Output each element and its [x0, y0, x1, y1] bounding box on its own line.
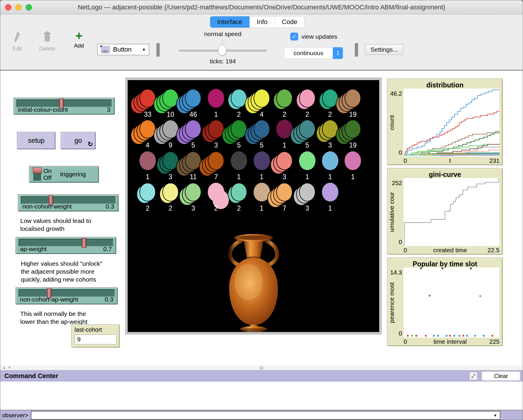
- speed-slider-thumb[interactable]: [218, 45, 226, 56]
- forever-icon: ↻: [88, 141, 93, 147]
- cluster-count-label: 9: [159, 141, 182, 149]
- slider-non-cohort-weight[interactable]: non-cohort-weight0.3: [18, 194, 119, 211]
- plot-gini-curve[interactable]: gini-curve 252 0 umulative cour 0 create…: [387, 168, 503, 255]
- cluster-count-label: 2: [273, 111, 296, 118]
- slider-value: 3: [107, 106, 110, 113]
- widget-type-dropdown[interactable]: abc Button ▼: [97, 44, 149, 55]
- scatter-point: [407, 335, 409, 337]
- plot-distribution[interactable]: distribution 46.2 0 count 0 t 231: [387, 79, 503, 165]
- vase-left-handle: [230, 241, 242, 265]
- slider-ap-weight[interactable]: ap-weight0.7: [16, 237, 116, 254]
- turtle-cluster: [162, 183, 179, 201]
- y-axis-title: pearence most: [388, 267, 396, 338]
- sash-down-icon[interactable]: ▼: [8, 366, 11, 369]
- scatter-point: [420, 267, 422, 269]
- cluster-count-label: 1: [296, 173, 319, 181]
- world-canvas: 3310461242221949535515319131171131112232…: [128, 80, 379, 332]
- minimize-button[interactable]: [15, 4, 22, 11]
- cluster-count-label: 1: [341, 173, 365, 181]
- turtle-cluster: [276, 151, 293, 170]
- cluster-count-label: 2: [227, 111, 251, 118]
- scatter-point: [425, 335, 427, 337]
- cluster-count-label: 4: [250, 111, 274, 118]
- scatter-point: [470, 267, 472, 269]
- note-non-cohort-ap-weight: This will normally be thelower than the …: [20, 310, 87, 326]
- go-button[interactable]: go ↻: [61, 132, 96, 149]
- command-center-sash[interactable]: ▲ ▼: [0, 365, 523, 370]
- slider-name: non-cohort-ap-weight: [20, 296, 105, 303]
- command-input[interactable]: [31, 411, 491, 419]
- cluster-count-label: 3: [181, 204, 205, 212]
- slider-non-cohort-ap-weight[interactable]: non-cohort-ap-weight0.3: [16, 287, 118, 304]
- plus-icon: +: [70, 31, 88, 41]
- ticks-counter: ticks: 194: [179, 58, 267, 65]
- slider-initial-colour-count[interactable]: initial-colour-count3: [14, 98, 115, 115]
- plot-canvas: [404, 178, 500, 246]
- scatter-point: [429, 295, 431, 297]
- slider-name: ap-weight: [20, 245, 103, 253]
- slider-name: non-cohort-weight: [22, 203, 106, 210]
- turtle-cluster: [345, 89, 361, 108]
- edit-button[interactable]: Edit: [9, 31, 26, 52]
- setup-button[interactable]: setup: [17, 132, 55, 149]
- command-input-wrap: ▼: [31, 411, 500, 420]
- close-button[interactable]: [5, 4, 11, 11]
- view-updates-checkbox[interactable]: ✓: [290, 33, 298, 40]
- note-ap-weight: Higher values should "unlock"the adjacen…: [21, 260, 102, 283]
- turtle-cluster: [299, 151, 316, 170]
- turtle-cluster: [185, 183, 201, 201]
- tab-interface[interactable]: Interface: [210, 16, 250, 28]
- turtle-cluster: [322, 183, 338, 201]
- tab-code[interactable]: Code: [275, 16, 304, 28]
- zoom-button[interactable]: [26, 4, 32, 11]
- cluster-count-label: 1: [136, 173, 159, 181]
- add-button[interactable]: + Add: [70, 31, 88, 49]
- turtle-cluster: [254, 120, 270, 138]
- settings-button[interactable]: Settings...: [365, 44, 403, 55]
- cluster-count-label: 33: [136, 111, 159, 118]
- switch-name: triggering: [60, 171, 86, 178]
- window-title: NetLogo — adjacent-possible {/Users/pd2-…: [78, 4, 445, 11]
- slider-name: initial-colour-count: [18, 106, 107, 113]
- netlogo-window: NetLogo — adjacent-possible {/Users/pd2-…: [0, 0, 523, 420]
- view-updates-label: view updates: [301, 33, 338, 40]
- delete-button[interactable]: Delete: [37, 31, 58, 52]
- tab-info[interactable]: Info: [250, 16, 275, 28]
- sash-up-icon[interactable]: ▲: [3, 366, 6, 369]
- scatter-point: [441, 267, 443, 269]
- sash-handle[interactable]: [260, 366, 263, 370]
- triggering-switch[interactable]: On Off triggering: [29, 166, 99, 183]
- scatter-point: [483, 335, 485, 337]
- turtle-cluster: [345, 151, 361, 170]
- history-dropdown-icon[interactable]: ▼: [491, 413, 500, 418]
- cluster-count-label: 7: [204, 173, 228, 181]
- cluster-count-label: 7: [273, 204, 296, 212]
- slider-value: 0.7: [103, 245, 112, 253]
- cluster-count-label: 4: [136, 141, 159, 149]
- world-view[interactable]: 3310461242221949535515319131171131112232…: [126, 78, 381, 334]
- detach-icon[interactable]: ⤢: [469, 372, 478, 380]
- scatter-point: [480, 295, 481, 297]
- cluster-count-label: 1: [273, 141, 296, 149]
- y-axis-title: count: [388, 89, 396, 157]
- command-center-header: Command Center ⤢ Clear: [0, 370, 523, 382]
- cluster-count-label: 2: [227, 204, 251, 212]
- switch-on-label: On: [43, 167, 52, 175]
- cluster-count-label: 5: [227, 141, 251, 149]
- tab-bar: Interface Info Code: [210, 16, 305, 28]
- clear-button[interactable]: Clear: [482, 371, 520, 381]
- pencil-icon: [14, 31, 21, 43]
- command-center-title: Command Center: [4, 372, 58, 380]
- slider-value: 0.3: [106, 203, 114, 210]
- cluster-count-label: 1: [318, 173, 342, 181]
- command-center-output[interactable]: [0, 382, 523, 410]
- update-mode-value: continuous: [284, 50, 333, 57]
- cluster-count-label: 5: [250, 141, 274, 149]
- update-mode-select[interactable]: continuous ▲▼: [284, 47, 343, 59]
- turtle-cluster: [139, 183, 156, 201]
- speed-stem: [222, 38, 222, 44]
- cluster-count-label: 1: [250, 204, 274, 212]
- plot-popular-by-time-slot[interactable]: Popular by time slot 14.3 0 pearence mos…: [387, 258, 503, 346]
- switch-knob[interactable]: [33, 167, 42, 173]
- turtle-cluster: [139, 151, 156, 170]
